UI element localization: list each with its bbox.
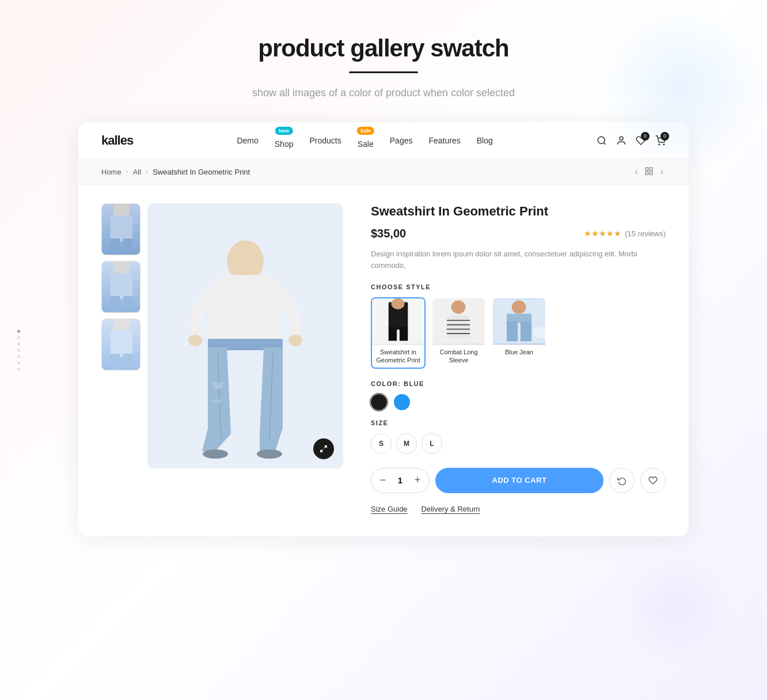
swatch-svg-1	[372, 298, 424, 345]
heart-icon	[648, 476, 658, 485]
grid-icon	[644, 167, 654, 176]
svg-point-39	[451, 301, 466, 314]
side-dot	[17, 355, 20, 358]
breadcrumb-grid-button[interactable]	[644, 167, 654, 177]
nav-logo[interactable]: kalles	[101, 133, 133, 148]
breadcrumb-nav: ‹ ›	[633, 166, 666, 177]
svg-rect-18	[111, 331, 132, 357]
search-button[interactable]	[597, 135, 607, 146]
thumbnail-3[interactable]	[101, 319, 141, 370]
user-button[interactable]	[616, 135, 626, 146]
svg-rect-6	[650, 168, 653, 171]
product-description: Design inspiration lorem ipsum dolor sit…	[371, 248, 666, 273]
breadcrumb-sep-1: ›	[126, 168, 128, 176]
nav-links: Demo New Shop Products Sale Sale Pages F	[237, 133, 492, 149]
svg-point-45	[512, 301, 526, 314]
breadcrumb-sep-2: ›	[146, 168, 148, 176]
thumbnail-2[interactable]	[101, 261, 141, 313]
svg-rect-36	[400, 327, 408, 341]
svg-point-4	[663, 144, 665, 145]
style-swatch-img-1	[372, 298, 424, 345]
size-m[interactable]: M	[396, 433, 417, 454]
color-swatch-blue[interactable]	[394, 394, 410, 410]
color-swatch-black[interactable]	[371, 394, 387, 410]
style-swatch-label-3: Blue Jean	[493, 345, 545, 359]
breadcrumb-all[interactable]: All	[133, 168, 141, 176]
nav-item-demo[interactable]: Demo	[237, 136, 258, 145]
svg-rect-8	[650, 172, 653, 175]
product-info: Sweatshirt In Geometric Print $35,00 ★★★…	[371, 203, 666, 513]
nav-item-products[interactable]: Products	[309, 136, 341, 145]
svg-rect-46	[507, 314, 531, 323]
quantity-decrease-button[interactable]: −	[374, 470, 392, 491]
svg-point-37	[392, 298, 405, 309]
title-underline	[349, 71, 418, 73]
zoom-button[interactable]	[313, 438, 334, 459]
side-dot	[17, 336, 20, 339]
product-links: Size Guide Delivery & Return	[371, 505, 666, 513]
svg-rect-9	[113, 204, 130, 215]
side-dot	[17, 349, 20, 351]
nav-item-shop[interactable]: New Shop	[275, 133, 294, 149]
size-s[interactable]: S	[371, 433, 392, 454]
cart-button[interactable]: 0	[655, 135, 666, 146]
wishlist-add-button[interactable]	[640, 468, 666, 493]
swatch-svg-3	[493, 298, 545, 345]
svg-rect-28	[212, 382, 223, 387]
nav-badge-new: New	[275, 127, 293, 135]
svg-rect-47	[507, 321, 518, 341]
svg-rect-13	[113, 262, 130, 273]
main-product-image	[147, 203, 343, 468]
product-price: $35,00	[371, 227, 406, 240]
side-dot	[17, 368, 20, 370]
wishlist-count: 0	[641, 132, 650, 141]
svg-rect-5	[646, 168, 648, 171]
quantity-increase-button[interactable]: +	[408, 470, 427, 491]
side-dot	[17, 361, 20, 364]
refresh-button[interactable]	[609, 468, 635, 493]
side-dot	[17, 342, 20, 345]
svg-point-2	[620, 137, 623, 140]
svg-point-31	[203, 449, 228, 459]
product-gallery	[101, 203, 343, 513]
svg-rect-48	[521, 321, 531, 341]
search-icon	[597, 135, 607, 146]
nav-badge-sale: Sale	[356, 127, 374, 135]
style-swatch-1[interactable]: Sweatshirt in Geometric Print	[371, 297, 426, 369]
nav-item-pages[interactable]: Pages	[390, 136, 413, 145]
nav-item-blog[interactable]: Blog	[477, 136, 493, 145]
quantity-value: 1	[392, 476, 408, 485]
stars: ★★★★★	[584, 229, 621, 238]
breadcrumb-prev-button[interactable]: ‹	[633, 166, 640, 177]
svg-point-23	[188, 335, 202, 346]
product-price-row: $35,00 ★★★★★ (15 reviews)	[371, 227, 666, 240]
svg-rect-19	[111, 354, 120, 370]
page-title: product gallery swatch	[0, 35, 767, 62]
size-l[interactable]: L	[422, 433, 442, 454]
style-swatch-3[interactable]: Blue Jean	[492, 297, 546, 369]
svg-rect-14	[111, 273, 132, 299]
color-label: COLOR: BLUE	[371, 380, 666, 387]
breadcrumb-home[interactable]: Home	[101, 168, 121, 176]
svg-rect-12	[123, 239, 132, 255]
thumbnail-list	[101, 203, 141, 513]
svg-point-24	[288, 335, 302, 346]
add-to-cart-button[interactable]: ADD TO CART	[435, 468, 603, 493]
style-swatch-2[interactable]: Combat Long Sleeve	[431, 297, 486, 369]
breadcrumb-next-button[interactable]: ›	[658, 166, 666, 177]
side-dot	[17, 330, 20, 332]
wishlist-button[interactable]: 0	[636, 135, 646, 146]
user-icon	[616, 135, 626, 146]
svg-point-3	[659, 144, 660, 145]
thumb-image-1	[102, 204, 141, 255]
size-guide-link[interactable]: Size Guide	[371, 505, 408, 513]
svg-rect-16	[123, 296, 132, 313]
delivery-return-link[interactable]: Delivery & Return	[422, 505, 480, 513]
style-swatch-img-3	[493, 298, 545, 345]
cart-row: − 1 + ADD TO CART	[371, 468, 666, 493]
thumbnail-1[interactable]	[101, 203, 141, 255]
style-label: CHOOSE STYLE	[371, 283, 666, 290]
nav-item-features[interactable]: Features	[428, 136, 460, 145]
color-swatches	[371, 394, 666, 410]
nav-item-sale[interactable]: Sale Sale	[358, 133, 374, 149]
